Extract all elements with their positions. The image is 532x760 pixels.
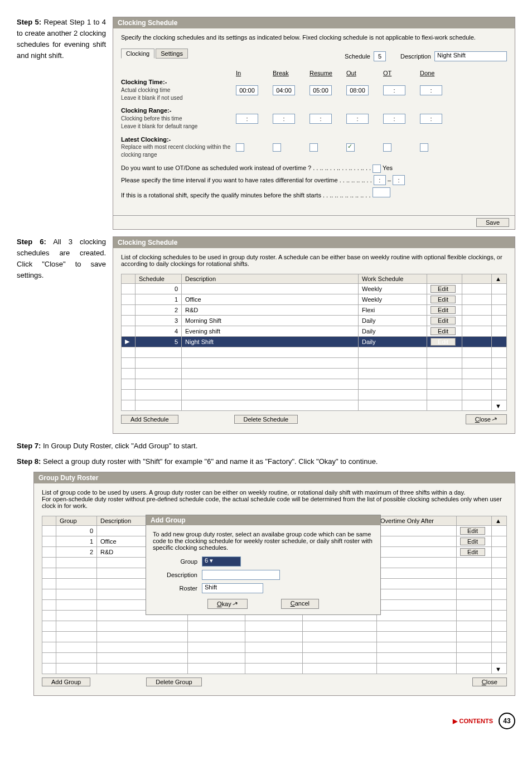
col-done: Done	[420, 70, 453, 76]
tab-settings[interactable]: Settings	[156, 49, 188, 59]
table-row-selected[interactable]: ▶5Night ShiftDailyEdit	[122, 336, 507, 347]
add-group-button[interactable]: Add Group	[42, 677, 90, 686]
clocking-range-label: Clocking Range:- Clocking before this ti…	[121, 107, 233, 130]
panel2-title: Clocking Schedule	[113, 237, 515, 248]
q2-to[interactable]: :	[393, 175, 405, 185]
schedule-label: Schedule	[345, 53, 370, 60]
tab-clocking[interactable]: Clocking	[121, 49, 154, 59]
schedule-value: 5	[374, 51, 386, 61]
lc-done[interactable]	[420, 143, 428, 152]
lc-ot[interactable]	[383, 143, 391, 152]
ct-break[interactable]: 04:00	[273, 85, 295, 95]
q1-text: Do you want to use OT/Done as scheduled …	[121, 164, 371, 171]
modal-desc-label: Description	[153, 572, 202, 578]
modal-group-label: Group	[153, 558, 202, 565]
col-resume: Resume	[309, 70, 343, 76]
panel1-title: Clocking Schedule	[113, 17, 515, 28]
th-overtime[interactable]: Overtime Only After	[377, 516, 457, 526]
modal-roster-label: Roster	[153, 585, 202, 592]
edit-button[interactable]: Edit	[460, 548, 485, 556]
latest-label: Latest Clocking:- Replace with most rece…	[121, 136, 233, 159]
ct-ot[interactable]: :	[383, 85, 405, 95]
q1-yes: Yes	[383, 164, 393, 171]
delete-schedule-button[interactable]: Delete Schedule	[234, 415, 298, 424]
edit-button[interactable]: Edit	[431, 317, 456, 325]
delete-group-button[interactable]: Delete Group	[146, 677, 201, 686]
edit-button[interactable]: Edit	[431, 285, 456, 293]
q2-from[interactable]: :	[374, 175, 386, 185]
lc-resume[interactable]	[309, 143, 318, 152]
lc-out[interactable]	[346, 143, 355, 152]
q3-text: If this is a rotational shift, specify t…	[121, 192, 371, 199]
step6-text: Step 6: All 3 clocking schedules are cre…	[17, 236, 113, 282]
modal-roster-select[interactable]: Shift	[202, 583, 263, 593]
step8-text: Step 8: Select a group duty roster with …	[17, 456, 515, 467]
panel1-intro: Specify the clocking schedules and its s…	[121, 34, 507, 41]
step7-text: Step 7: In Group Duty Roster, click "Add…	[17, 440, 515, 452]
modal-title: Add Group	[146, 515, 380, 525]
cr-done[interactable]: :	[420, 114, 442, 124]
q1-checkbox[interactable]	[373, 164, 381, 173]
edit-button[interactable]: Edit	[431, 327, 456, 335]
modal-group-select[interactable]: 6 ▾	[202, 556, 241, 567]
modal-intro: To add new group duty roster, select an …	[153, 531, 374, 551]
cr-out[interactable]: :	[346, 114, 369, 124]
modal-cancel-button[interactable]: Cancel	[281, 599, 319, 609]
close-button[interactable]: Close	[472, 677, 507, 686]
th-work[interactable]: Work Schedule	[359, 274, 427, 283]
panel2-intro: List of clocking schedules to be used in…	[121, 254, 507, 267]
lc-break[interactable]	[273, 143, 281, 152]
page-number: 43	[499, 713, 515, 729]
table-row[interactable]: 3Morning ShiftDailyEdit	[122, 315, 507, 326]
panel3-title: Group Duty Roster	[34, 472, 515, 483]
table-row[interactable]: 2R&DFlexiEdit	[122, 304, 507, 315]
add-group-modal: Add Group To add new group duty roster, …	[146, 515, 381, 615]
col-break: Break	[273, 70, 306, 76]
save-button[interactable]: Save	[476, 218, 509, 227]
schedule-table: Schedule Description Work Schedule ▲ 0We…	[121, 274, 507, 411]
edit-button[interactable]: Edit	[431, 306, 456, 314]
th-schedule[interactable]: Schedule	[136, 274, 182, 283]
ct-in[interactable]: 00:00	[236, 85, 258, 95]
clocking-time-label: Clocking Time:- Actual clocking timeLeav…	[121, 79, 233, 101]
q3-minutes[interactable]	[373, 187, 390, 197]
cr-ot[interactable]: :	[383, 114, 405, 124]
edit-button[interactable]: Edit	[460, 538, 485, 545]
q2-dash: –	[388, 177, 391, 183]
clocking-schedule-panel-2: Clocking Schedule List of clocking sched…	[113, 236, 515, 434]
edit-button[interactable]: Edit	[460, 527, 485, 535]
col-out: Out	[346, 70, 380, 76]
step5-text: Step 5: Repeat Step 1 to 4 to create ano…	[17, 17, 113, 62]
table-row[interactable]: 1OfficeWeeklyEdit	[122, 294, 507, 304]
col-ot: OT	[383, 70, 417, 76]
modal-okay-button[interactable]: Okay	[207, 599, 248, 609]
description-input[interactable]: Night Shift	[434, 51, 507, 61]
edit-button[interactable]: Edit	[431, 338, 456, 346]
table-row[interactable]: 4Evening shiftDailyEdit	[122, 326, 507, 336]
lc-in[interactable]	[236, 143, 244, 152]
group-duty-roster-panel: Group Duty Roster List of group code to …	[33, 472, 515, 696]
clocking-schedule-panel-1: Clocking Schedule Specify the clocking s…	[113, 17, 515, 230]
col-in: In	[236, 70, 269, 76]
cr-in[interactable]: :	[236, 114, 258, 124]
contents-link[interactable]: CONTENTS	[453, 718, 493, 725]
edit-button[interactable]: Edit	[431, 296, 456, 303]
description-label: Description	[400, 53, 431, 60]
panel3-intro: List of group code to be used by users. …	[42, 489, 507, 509]
th-group[interactable]: Group	[56, 516, 97, 526]
ct-resume[interactable]: 05:00	[309, 85, 332, 95]
th-desc[interactable]: Description	[182, 274, 359, 283]
modal-desc-input[interactable]	[202, 570, 280, 580]
ct-done[interactable]: :	[420, 85, 442, 95]
q2-text: Please specify the time interval if you …	[121, 177, 372, 183]
cr-resume[interactable]: :	[309, 114, 332, 124]
ct-out[interactable]: 08:00	[346, 85, 369, 95]
add-schedule-button[interactable]: Add Schedule	[121, 415, 178, 424]
cr-break[interactable]: :	[273, 114, 295, 124]
table-row[interactable]: 0WeeklyEdit	[122, 283, 507, 294]
close-button[interactable]: Close	[466, 414, 507, 424]
